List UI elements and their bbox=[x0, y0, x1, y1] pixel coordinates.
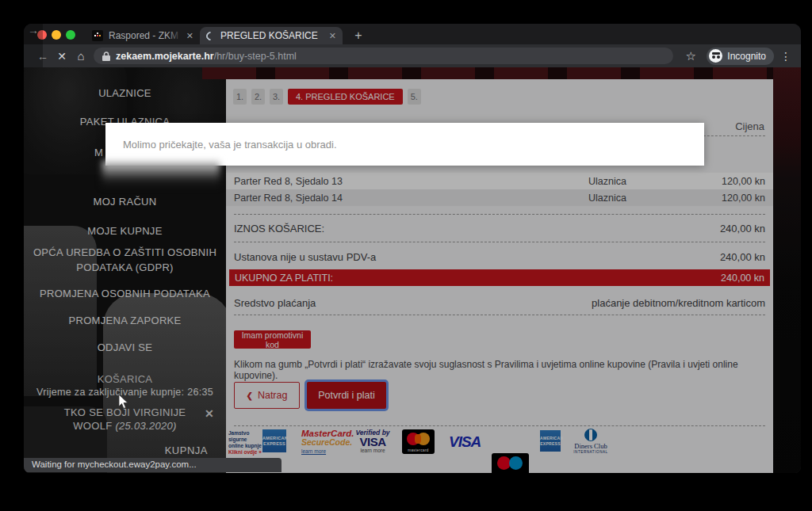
browser-toolbar: ← → ✕ ⌂ zekaem.mojekarte.hr/hr/buy-step-… bbox=[24, 44, 801, 67]
incognito-badge: Incognito bbox=[707, 48, 774, 65]
lock-icon bbox=[102, 51, 110, 61]
url-path: /hr/buy-step-5.html bbox=[214, 51, 297, 62]
bookmark-star-icon[interactable]: ☆ bbox=[681, 49, 700, 63]
window-minimize-button[interactable] bbox=[52, 30, 61, 40]
home-icon[interactable]: ⌂ bbox=[71, 49, 90, 63]
url-domain: zekaem.mojekarte.hr bbox=[116, 51, 214, 62]
tab-title: PREGLED KOŠARICE bbox=[220, 30, 324, 41]
incognito-icon bbox=[709, 49, 722, 63]
window-zoom-button[interactable] bbox=[66, 30, 75, 40]
new-tab-button[interactable]: + bbox=[350, 28, 366, 44]
page-viewport: ULAZNICE PAKET ULAZNICA M MOJ RAČUN MOJE… bbox=[24, 67, 801, 473]
address-bar[interactable]: zekaem.mojekarte.hr/hr/buy-step-5.html bbox=[94, 48, 673, 64]
mouse-cursor bbox=[118, 394, 129, 410]
stop-loading-icon[interactable]: ✕ bbox=[52, 50, 71, 63]
tab-pregled-kosarice[interactable]: PREGLED KOŠARICE ✕ bbox=[200, 27, 343, 44]
transaction-wait-modal: Molimo pričekajte, vaša je transakcija u… bbox=[105, 123, 704, 166]
tab-strip: Raspored - ZKM | Zagrebačko ✕ PREGLED KO… bbox=[24, 24, 801, 44]
zkm-favicon-icon bbox=[92, 30, 103, 41]
blurred-region bbox=[102, 161, 220, 186]
browser-window: Raspored - ZKM | Zagrebačko ✕ PREGLED KO… bbox=[24, 24, 801, 473]
transaction-wait-message: Molimo pričekajte, vaša je transakcija u… bbox=[123, 139, 337, 151]
browser-menu-icon[interactable]: ⋮ bbox=[780, 50, 791, 63]
incognito-label: Incognito bbox=[727, 51, 766, 62]
tab-raspored[interactable]: Raspored - ZKM | Zagrebačko ✕ bbox=[86, 27, 200, 44]
close-tab-icon[interactable]: ✕ bbox=[186, 31, 193, 41]
loading-spinner-icon bbox=[205, 29, 217, 42]
tab-title: Raspored - ZKM | Zagrebačko bbox=[109, 30, 182, 41]
close-tab-icon[interactable]: ✕ bbox=[329, 31, 336, 41]
status-bar: Waiting for mycheckout.eway2pay.com... bbox=[24, 458, 282, 472]
